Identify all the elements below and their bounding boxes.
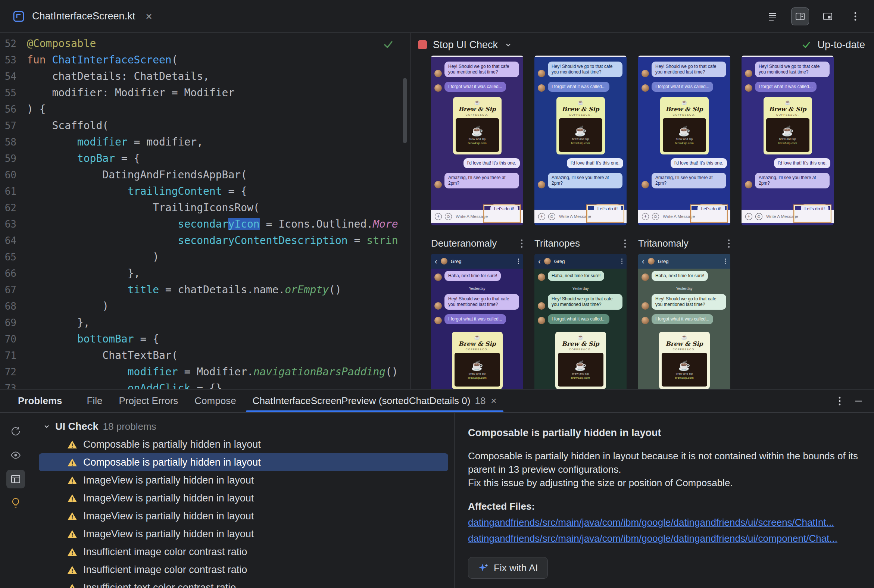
message-row: Haha, next time for sure!	[535, 268, 626, 283]
tab-chatinterfacescreenpreview-sortedchatdetails-0[interactable]: ChatInterfaceScreenPreview (sortedChatDe…	[245, 390, 505, 412]
code-line[interactable]: 65 )	[0, 249, 410, 265]
code-line[interactable]: 73 onAddClick = {},	[0, 380, 410, 389]
affected-files-heading: Affected Files:	[468, 501, 859, 512]
preview-phone[interactable]: Hey! Should we go to that cafe you menti…	[742, 56, 834, 225]
line-number: 65	[0, 249, 27, 265]
preview-phone[interactable]: Hey! Should we go to that cafe you menti…	[638, 56, 730, 225]
preview-phone[interactable]: ‹GregHaha, next time for sure!YesterdayH…	[638, 254, 730, 389]
problem-item[interactable]: ImageView is partially hidden in layout	[39, 489, 448, 507]
preview-phone[interactable]: ‹GregHaha, next time for sure!YesterdayH…	[431, 254, 523, 389]
tab-close-icon[interactable]: ×	[491, 395, 496, 406]
line-number: 63	[0, 216, 27, 232]
status-strip	[638, 56, 730, 57]
problem-item[interactable]: ImageView is partially hidden in layout	[39, 525, 448, 543]
code-line[interactable]: 56) {	[0, 101, 410, 117]
problem-item[interactable]: Composable is partially hidden in layout	[39, 435, 448, 453]
problem-item[interactable]: ImageView is partially hidden in layout	[39, 471, 448, 489]
emoji-icon: ☺	[445, 213, 452, 220]
chevron-down-icon[interactable]	[42, 422, 51, 430]
code-line[interactable]: 63 secondaryIcon = Icons.Outlined.More	[0, 216, 410, 232]
code-line[interactable]: 59 topBar = {	[0, 150, 410, 167]
code-line[interactable]: 72 modifier = Modifier.navigationBarsPad…	[0, 364, 410, 380]
code-line[interactable]: 68 )	[0, 298, 410, 315]
tab-project-errors[interactable]: Project Errors	[110, 390, 186, 412]
code-text: DatingAndFriendsAppBar(	[27, 167, 247, 183]
code-line[interactable]: 53fun ChatInterfaceScreen(	[0, 52, 410, 68]
status-strip	[431, 56, 523, 57]
file-tab[interactable]: ChatInterfaceScreen.kt ×	[0, 0, 161, 33]
kebab-icon[interactable]	[623, 239, 626, 249]
problems-tree: UI Check 18 problems Composable is parti…	[32, 413, 454, 588]
preview-phone[interactable]: Hey! Should we go to that cafe you menti…	[535, 56, 626, 225]
tab-file[interactable]: File	[79, 390, 111, 412]
code-line[interactable]: 69 },	[0, 315, 410, 331]
brew-sip-card: ☕Brew & SipCOFFEE&CO.☕brew and sipbrew&s…	[452, 332, 503, 389]
problem-item[interactable]: ImageView is partially hidden in layout	[39, 507, 448, 525]
avatar	[745, 181, 752, 188]
preview-phone[interactable]: Hey! Should we go to that cafe you menti…	[431, 56, 523, 225]
problem-item[interactable]: Insufficient image color contrast ratio	[39, 561, 448, 579]
code-line[interactable]: 54 chatDetails: ChatDetails,	[0, 68, 410, 85]
code-line[interactable]: 58 modifier = modifier,	[0, 134, 410, 150]
split-editor-preview-icon[interactable]	[791, 8, 809, 26]
titlebar-actions	[764, 0, 864, 33]
minimize-icon[interactable]	[854, 396, 863, 406]
eye-icon[interactable]	[6, 446, 25, 465]
tab-compose[interactable]: Compose	[186, 390, 244, 412]
kebab-menu-icon[interactable]	[846, 8, 864, 26]
code-line[interactable]: 61 trailingContent = {	[0, 183, 410, 200]
preview-phone[interactable]: ‹GregHaha, next time for sure!YesterdayH…	[535, 254, 626, 389]
card-subtitle: COFFEE&CO.	[558, 348, 604, 351]
brew-sip-card: ☕Brew & SipCOFFEE&CO.☕brew and sipbrew&s…	[659, 332, 710, 389]
fix-with-ai-button[interactable]: Fix with AI	[468, 557, 548, 579]
code-line[interactable]: 70 bottomBar = {	[0, 331, 410, 347]
code-line[interactable]: 64 secondaryContentDescription = strin	[0, 232, 410, 249]
card-caption: brew and sip	[469, 372, 485, 375]
coffee-cup-icon: ☕	[663, 100, 706, 105]
preview-mode-icon[interactable]	[819, 8, 837, 26]
tab-label: Compose	[194, 395, 236, 406]
chat-bubble: I forgot what it was called...	[445, 82, 506, 92]
line-view-icon[interactable]	[764, 8, 781, 26]
warning-icon	[67, 583, 77, 588]
kebab-icon[interactable]	[520, 239, 523, 249]
card-subtitle: COFFEE&CO.	[663, 113, 706, 116]
problem-item[interactable]: Insufficient image color contrast ratio	[39, 543, 448, 561]
refresh-icon[interactable]	[6, 422, 25, 441]
code-line[interactable]: 62 TrailingIconsRow(	[0, 200, 410, 216]
problem-text: ImageView is partially hidden in layout	[83, 475, 254, 486]
problems-group[interactable]: UI Check 18 problems	[32, 417, 454, 435]
code-line[interactable]: 60 DatingAndFriendsAppBar(	[0, 167, 410, 183]
message-row: I forgot what it was called...	[638, 312, 730, 327]
code-line[interactable]: 67 title = chatDetails.name.orEmpty()	[0, 282, 410, 298]
code-line[interactable]: 71 ChatTextBar(	[0, 347, 410, 364]
lightbulb-icon[interactable]	[6, 494, 25, 512]
preview-name: Tritanomaly	[638, 238, 689, 249]
card-subtitle: COFFEE&CO.	[559, 113, 602, 116]
line-number: 61	[0, 183, 27, 200]
code-line[interactable]: 66 },	[0, 265, 410, 282]
tab-problems[interactable]: Problems	[10, 390, 79, 412]
problem-item[interactable]: Composable is partially hidden in layout	[39, 453, 448, 471]
code-line[interactable]: 57 Scaffold(	[0, 117, 410, 134]
chat-header: ‹Greg	[638, 254, 730, 268]
card-link: brew&sip.com	[571, 376, 590, 380]
code-line[interactable]: 52@Composable	[0, 36, 410, 52]
line-number: 72	[0, 364, 27, 380]
editor-scrollbar[interactable]	[403, 78, 407, 143]
kebab-icon[interactable]	[727, 239, 730, 249]
problem-item[interactable]: Insufficient text color contrast ratio	[39, 579, 448, 588]
warning-icon	[67, 494, 77, 503]
tab-label: Project Errors	[119, 395, 178, 406]
affected-file-link[interactable]: datingandfriends/src/main/java/com/ibm/g…	[468, 533, 859, 544]
problem-text: ImageView is partially hidden in layout	[83, 492, 254, 504]
affected-file-link[interactable]: datingandfriends/src/main/java/com/ibm/g…	[468, 517, 859, 528]
code-editor[interactable]: 52@Composable53fun ChatInterfaceScreen(5…	[0, 33, 410, 389]
card-photo: ☕brew and sipbrew&sip.com	[766, 118, 809, 152]
inspection-ok-icon[interactable]	[382, 38, 394, 52]
code-line[interactable]: 55 modifier: Modifier = Modifier	[0, 85, 410, 101]
avatar	[434, 302, 442, 310]
details-view-icon[interactable]	[6, 470, 25, 488]
options-kebab-icon[interactable]	[838, 396, 841, 406]
tab-close-icon[interactable]: ×	[146, 10, 152, 23]
